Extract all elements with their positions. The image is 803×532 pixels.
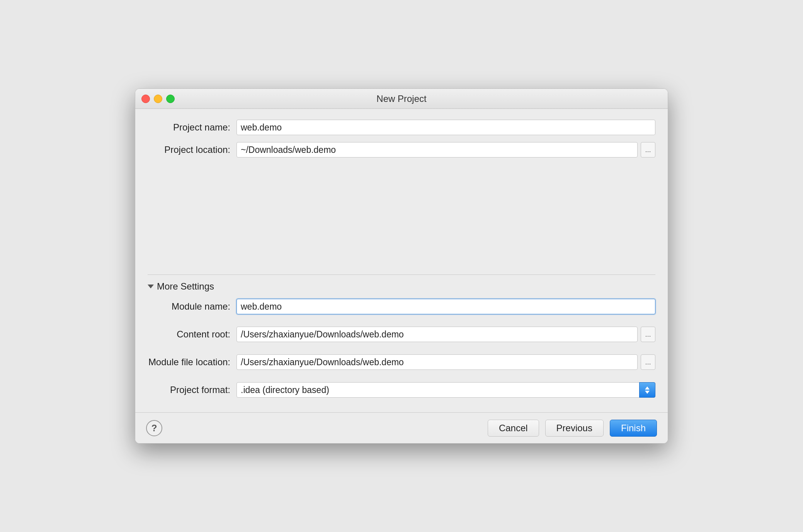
previous-button[interactable]: Previous — [545, 420, 604, 437]
dialog-content: Project name: Project location: ... More… — [135, 109, 668, 412]
content-root-browse-button[interactable]: ... — [641, 327, 655, 342]
cancel-button[interactable]: Cancel — [488, 420, 539, 437]
help-button[interactable]: ? — [146, 420, 162, 436]
more-settings-label: More Settings — [157, 281, 214, 292]
footer-right: Cancel Previous Finish — [488, 420, 657, 437]
module-file-location-input[interactable] — [236, 354, 638, 370]
content-spacer — [148, 164, 655, 274]
project-location-row: Project location: ... — [148, 142, 655, 158]
project-format-select-container: .idea (directory based) — [236, 382, 655, 398]
project-location-input[interactable] — [236, 142, 638, 158]
more-settings-section: More Settings Module name: Content root:… — [148, 274, 655, 412]
project-format-select-wrapper: .idea (directory based) — [236, 382, 655, 398]
content-root-label: Content root: — [148, 329, 236, 340]
project-format-select[interactable]: .idea (directory based) — [236, 382, 655, 398]
more-settings-toggle[interactable]: More Settings — [148, 281, 655, 292]
minimize-button[interactable] — [154, 95, 162, 103]
project-location-input-wrapper: ... — [236, 142, 655, 158]
module-file-location-row: Module file location: ... — [148, 354, 655, 370]
project-name-label: Project name: — [148, 122, 236, 133]
module-name-input[interactable] — [236, 299, 655, 314]
project-name-row: Project name: — [148, 120, 655, 135]
module-file-location-browse-button[interactable]: ... — [641, 354, 655, 370]
module-name-label: Module name: — [148, 301, 236, 312]
traffic-lights — [141, 95, 175, 103]
content-root-row: Content root: ... — [148, 327, 655, 342]
module-name-row: Module name: — [148, 299, 655, 314]
title-bar: New Project — [135, 89, 668, 109]
module-file-location-input-wrapper: ... — [236, 354, 655, 370]
project-name-input-wrapper — [236, 120, 655, 135]
dialog-footer: ? Cancel Previous Finish — [135, 412, 668, 443]
project-location-label: Project location: — [148, 144, 236, 155]
toggle-arrow-icon — [148, 285, 154, 288]
close-button[interactable] — [141, 95, 150, 103]
dialog-title: New Project — [376, 93, 426, 104]
module-name-input-wrapper — [236, 299, 655, 314]
project-format-row: Project format: .idea (directory based) — [148, 382, 655, 398]
content-root-input-wrapper: ... — [236, 327, 655, 342]
new-project-dialog: New Project Project name: Project locati… — [135, 88, 668, 444]
module-file-location-label: Module file location: — [148, 357, 236, 368]
footer-left: ? — [146, 420, 162, 436]
content-root-input[interactable] — [236, 327, 638, 342]
project-name-input[interactable] — [236, 120, 655, 135]
more-settings-fields: Module name: Content root: ... Module fi… — [148, 299, 655, 405]
project-format-label: Project format: — [148, 385, 236, 395]
project-location-browse-button[interactable]: ... — [641, 142, 655, 158]
maximize-button[interactable] — [166, 95, 175, 103]
finish-button[interactable]: Finish — [610, 420, 657, 437]
